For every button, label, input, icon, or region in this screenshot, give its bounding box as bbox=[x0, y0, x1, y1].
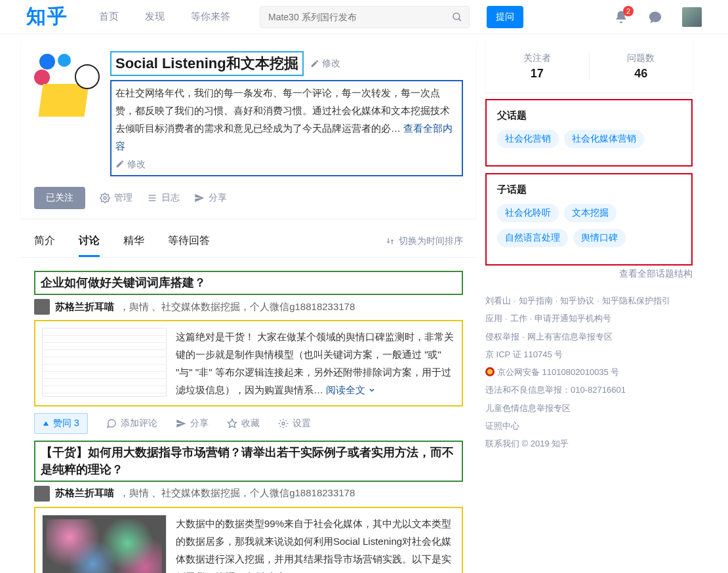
footer-link[interactable]: 侵权举报 bbox=[485, 332, 519, 342]
sidebar: 关注者 17 问题数 46 父话题 社会化营销社会化媒体营销 子话题 社会化聆听… bbox=[485, 41, 693, 453]
share-topic-link[interactable]: 分享 bbox=[194, 192, 227, 204]
footer-link[interactable]: 刘看山 bbox=[485, 296, 511, 306]
parent-topics-title: 父话题 bbox=[497, 109, 681, 122]
post-actions: 赞同 3 添加评论 分享 收藏 设置 bbox=[34, 413, 463, 434]
notification-badge: 2 bbox=[623, 6, 634, 16]
author-row: 苏格兰折耳喵 ，舆情 、社交媒体数据挖掘，个人微信g18818233178 bbox=[34, 299, 463, 315]
header-right: 2 bbox=[614, 7, 702, 27]
author-name[interactable]: 苏格兰折耳喵 bbox=[55, 487, 114, 500]
header: 知乎 首页 发现 等你来答 提问 2 bbox=[0, 0, 728, 34]
post-thumbnail[interactable] bbox=[42, 515, 167, 573]
footer-contact: 联系我们 © 2019 知乎 bbox=[485, 435, 693, 452]
topic-tag[interactable]: 社会化媒体营销 bbox=[564, 130, 644, 148]
upvote-button[interactable]: 赞同 3 bbox=[34, 413, 88, 434]
read-more-link[interactable]: 阅读全文 bbox=[247, 568, 297, 573]
footer-police[interactable]: 京公网安备 11010802010035 号 bbox=[497, 367, 619, 377]
footer-report: 违法和不良信息举报：010-82716601 bbox=[485, 381, 693, 399]
topic-tag[interactable]: 文本挖掘 bbox=[564, 204, 617, 222]
post-title-link[interactable]: 【干货】如何用大数据指导市场营销？请举出若干实际例子或者实用方法，而不是纯粹的理… bbox=[34, 441, 463, 481]
tab-pending[interactable]: 等待回答 bbox=[168, 225, 210, 257]
topic-tag[interactable]: 舆情口碑 bbox=[573, 229, 626, 247]
log-label: 日志 bbox=[161, 192, 180, 204]
footer: 刘看山·知乎指南·知乎协议·知乎隐私保护指引 应用·工作·申请开通知乎机构号 侵… bbox=[485, 292, 693, 453]
police-icon bbox=[485, 367, 495, 376]
manage-link[interactable]: 管理 bbox=[100, 192, 132, 204]
questions-label: 问题数 bbox=[590, 52, 693, 64]
edit-desc-link[interactable]: 修改 bbox=[115, 156, 458, 172]
feed: 企业如何做好关键词词库搭建？ 苏格兰折耳喵 ，舆情 、社交媒体数据挖掘，个人微信… bbox=[21, 258, 476, 573]
sort-toggle[interactable]: 切换为时间排序 bbox=[386, 235, 463, 247]
share-topic-label: 分享 bbox=[209, 192, 227, 204]
post-title-link[interactable]: 企业如何做好关键词词库搭建？ bbox=[34, 271, 463, 295]
footer-link[interactable]: 知乎隐私保护指引 bbox=[602, 296, 670, 306]
follow-button[interactable]: 已关注 bbox=[34, 187, 85, 209]
topic-description-text: 在社交网络年代，我们的每一条发布、每一个评论，每一次转发，每一次点赞，都反映了我… bbox=[115, 87, 450, 134]
footer-cert[interactable]: 证照中心 bbox=[485, 417, 693, 435]
share-link[interactable]: 分享 bbox=[176, 418, 209, 429]
topic-image bbox=[34, 51, 100, 117]
post-thumbnail[interactable] bbox=[42, 328, 167, 397]
author-avatar[interactable] bbox=[34, 486, 50, 502]
svg-point-2 bbox=[104, 197, 106, 199]
tab-intro[interactable]: 简介 bbox=[34, 225, 55, 257]
topic-tag[interactable]: 社会化聆听 bbox=[497, 204, 559, 222]
comment-link[interactable]: 添加评论 bbox=[106, 418, 157, 429]
sort-label: 切换为时间排序 bbox=[399, 235, 463, 247]
search-icon[interactable] bbox=[451, 11, 463, 23]
log-link[interactable]: 日志 bbox=[147, 192, 180, 204]
view-all-topics-link[interactable]: 查看全部话题结构 bbox=[485, 268, 693, 280]
svg-line-1 bbox=[459, 18, 461, 20]
excerpt-box: 这篇绝对是干货！ 大家在做某个领域的舆情口碑监测时，非常关键的一步就是制作舆情模… bbox=[34, 320, 463, 406]
footer-link[interactable]: 网上有害信息举报专区 bbox=[527, 332, 613, 342]
footer-link[interactable]: 知乎指南 bbox=[519, 296, 553, 306]
tabs: 简介 讨论 精华 等待回答 切换为时间排序 bbox=[21, 225, 476, 258]
feed-item: 【干货】如何用大数据指导市场营销？请举出若干实际例子或者实用方法，而不是纯粹的理… bbox=[34, 441, 463, 573]
footer-link[interactable]: 申请开通知乎机构号 bbox=[535, 313, 611, 323]
child-topics-box: 子话题 社会化聆听文本挖掘自然语言处理舆情口碑 bbox=[485, 173, 693, 266]
ask-button[interactable]: 提问 bbox=[487, 6, 523, 28]
post-excerpt: 大数据中的数据类型99%来自于社会化媒体，其中尤以文本类型的数据居多，那我就来说… bbox=[176, 515, 455, 573]
topic-title: Social Listening和文本挖掘 bbox=[110, 51, 304, 76]
favorite-link[interactable]: 收藏 bbox=[227, 418, 260, 429]
edit-title-link[interactable]: 修改 bbox=[310, 58, 340, 69]
feed-item: 企业如何做好关键词词库搭建？ 苏格兰折耳喵 ，舆情 、社交媒体数据挖掘，个人微信… bbox=[34, 271, 463, 434]
topic-header-card: Social Listening和文本挖掘 修改 在社交网络年代，我们的每一条发… bbox=[21, 41, 476, 218]
nav-answer[interactable]: 等你来答 bbox=[181, 10, 240, 23]
excerpt-box: 大数据中的数据类型99%来自于社会化媒体，其中尤以文本类型的数据居多，那我就来说… bbox=[34, 507, 463, 573]
author-tagline: ，舆情 、社交媒体数据挖掘，个人微信g18818233178 bbox=[119, 301, 355, 313]
topic-tag[interactable]: 自然语言处理 bbox=[497, 229, 568, 247]
tab-discuss[interactable]: 讨论 bbox=[79, 225, 100, 257]
footer-link[interactable]: 知乎协议 bbox=[560, 296, 594, 306]
followers-stat[interactable]: 关注者 17 bbox=[485, 52, 589, 81]
topic-tag[interactable]: 社会化营销 bbox=[497, 130, 559, 148]
parent-topics-box: 父话题 社会化营销社会化媒体营销 bbox=[485, 99, 693, 167]
notification-icon[interactable]: 2 bbox=[614, 10, 628, 24]
nav-discover[interactable]: 发现 bbox=[135, 10, 174, 23]
manage-label: 管理 bbox=[114, 192, 132, 204]
questions-stat[interactable]: 问题数 46 bbox=[590, 52, 693, 81]
child-topics-title: 子话题 bbox=[497, 184, 681, 196]
svg-point-7 bbox=[282, 422, 285, 425]
message-icon[interactable] bbox=[648, 10, 662, 24]
tab-essence[interactable]: 精华 bbox=[123, 225, 144, 257]
stat-card: 关注者 17 问题数 46 bbox=[485, 41, 693, 92]
footer-link[interactable]: 工作 bbox=[510, 313, 527, 323]
followers-label: 关注者 bbox=[485, 52, 589, 64]
author-avatar[interactable] bbox=[34, 299, 50, 315]
author-tagline: ，舆情 、社交媒体数据挖掘，个人微信g18818233178 bbox=[119, 487, 355, 500]
footer-link[interactable]: 应用 bbox=[485, 313, 502, 323]
search-wrap bbox=[260, 6, 470, 28]
read-more-link[interactable]: 阅读全文 bbox=[326, 381, 376, 399]
svg-point-0 bbox=[453, 13, 460, 20]
edit-desc-label: 修改 bbox=[127, 159, 146, 169]
settings-link[interactable]: 设置 bbox=[278, 418, 311, 429]
search-input[interactable] bbox=[260, 6, 470, 28]
svg-marker-6 bbox=[228, 420, 236, 428]
author-row: 苏格兰折耳喵 ，舆情 、社交媒体数据挖掘，个人微信g18818233178 bbox=[34, 486, 463, 502]
footer-child-report[interactable]: 儿童色情信息举报专区 bbox=[485, 399, 693, 417]
author-name[interactable]: 苏格兰折耳喵 bbox=[55, 301, 114, 313]
user-avatar[interactable] bbox=[682, 7, 702, 27]
site-logo[interactable]: 知乎 bbox=[26, 3, 68, 30]
nav-home[interactable]: 首页 bbox=[89, 10, 129, 23]
topic-description: 在社交网络年代，我们的每一条发布、每一个评论，每一次转发，每一次点赞，都反映了我… bbox=[110, 80, 463, 176]
